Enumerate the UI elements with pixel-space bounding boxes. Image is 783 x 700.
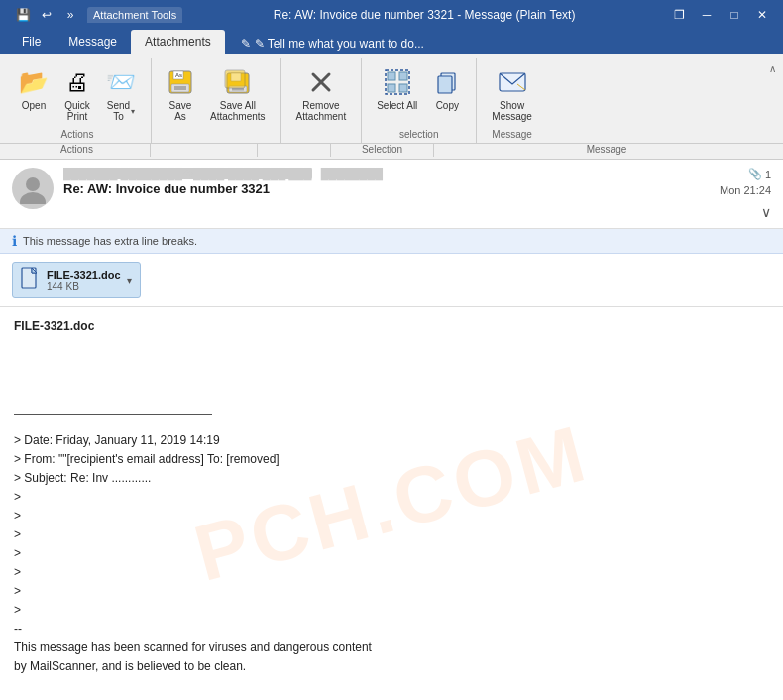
remove-group-label bbox=[289, 138, 354, 143]
email-separator bbox=[14, 414, 212, 415]
redo-btn[interactable]: » bbox=[59, 4, 81, 26]
remove-buttons: RemoveAttachment bbox=[289, 61, 354, 138]
title-bar-left: 💾 ↩ » Attachment Tools bbox=[8, 4, 182, 26]
actions-group-label: Actions bbox=[12, 127, 143, 143]
send-to-icon: 📨 bbox=[106, 66, 136, 98]
svg-rect-3 bbox=[174, 86, 186, 90]
actions-buttons: 📂 Open 🖨 QuickPrint 📨 SendTo ▾ bbox=[12, 61, 143, 127]
send-to-button[interactable]: 📨 SendTo ▾ bbox=[99, 61, 143, 127]
send-to-dropdown-arrow: ▾ bbox=[131, 107, 135, 116]
tab-file[interactable]: File bbox=[8, 30, 55, 54]
save-all-icon bbox=[224, 66, 252, 98]
tell-me-input[interactable]: ✎ ✎ Tell me what you want to do... bbox=[233, 34, 432, 54]
to-label: ████████ bbox=[321, 168, 383, 179]
show-message-button[interactable]: ShowMessage bbox=[485, 61, 539, 127]
save-as-button[interactable]: As SaveAs bbox=[160, 61, 201, 127]
tab-message[interactable]: Message bbox=[55, 30, 131, 54]
save-group-label bbox=[160, 138, 273, 143]
open-button[interactable]: 📂 Open bbox=[12, 61, 56, 116]
ribbon-collapse-btn[interactable]: ∧ bbox=[765, 58, 779, 143]
svg-rect-9 bbox=[225, 70, 245, 88]
svg-point-21 bbox=[26, 177, 40, 191]
ribbon-group-remove: RemoveAttachment bbox=[281, 58, 363, 143]
quote-line-8: > bbox=[14, 563, 769, 581]
save-as-label: SaveAs bbox=[169, 100, 192, 122]
select-all-button[interactable]: Select All bbox=[370, 61, 424, 116]
attachment-number: 1 bbox=[765, 169, 771, 180]
copy-button[interactable]: Copy bbox=[426, 61, 468, 116]
scanner-message-1: This message has been scanned for viruse… bbox=[14, 639, 769, 656]
copy-icon bbox=[433, 66, 461, 98]
attachment-size: 144 KB bbox=[47, 281, 121, 292]
tab-attachments[interactable]: Attachments bbox=[131, 30, 225, 54]
quote-line-1: > Date: Friday, January 11, 2019 14:19 bbox=[14, 431, 769, 449]
show-message-label: ShowMessage bbox=[492, 100, 532, 122]
print-icon: 🖨 bbox=[65, 66, 89, 98]
window-title: Re: AW: Invoice due number 3321 - Messag… bbox=[182, 8, 666, 22]
attachment-tools-context: Attachment Tools bbox=[87, 7, 182, 23]
actions-group-footer: Actions bbox=[4, 144, 151, 157]
selection-buttons: Select All Copy bbox=[370, 61, 468, 127]
email-header: ███████ ████████@████-████-███.███ █████… bbox=[0, 160, 783, 229]
close-btn[interactable]: ✕ bbox=[749, 2, 775, 28]
file-icon bbox=[21, 267, 41, 293]
info-bar: ℹ This message has extra line breaks. bbox=[0, 229, 783, 254]
remove-group-footer bbox=[258, 144, 331, 157]
quick-print-label: QuickPrint bbox=[64, 100, 90, 122]
save-quick-btn[interactable]: 💾 bbox=[12, 4, 34, 26]
svg-rect-18 bbox=[438, 76, 452, 93]
attachment-info: FILE-3321.doc 144 KB bbox=[47, 269, 121, 292]
quote-line-3: > Subject: Re: Inv ............ bbox=[14, 469, 769, 487]
show-message-icon bbox=[498, 66, 527, 98]
message-buttons: ShowMessage bbox=[485, 61, 539, 127]
save-buttons: As SaveAs Save bbox=[160, 61, 273, 138]
selection-group-footer: Selection bbox=[331, 144, 434, 157]
attachment-count: 📎 1 bbox=[748, 168, 771, 180]
ribbon-tabs: File Message Attachments ✎ ✎ Tell me wha… bbox=[0, 30, 783, 54]
email-from: ███████ ████████@████-████-███.███ █████… bbox=[63, 168, 710, 179]
svg-point-22 bbox=[20, 192, 46, 204]
main-area: ███████ ████████@████-████-███.███ █████… bbox=[0, 160, 783, 700]
attachment-name: FILE-3321.doc bbox=[47, 269, 121, 281]
ribbon-group-labels-row: Actions Selection Message bbox=[0, 144, 783, 160]
restore-btn[interactable]: ❐ bbox=[666, 2, 692, 28]
body-content: FILE-3321.doc > Date: Friday, January 11… bbox=[14, 317, 769, 675]
svg-rect-12 bbox=[388, 72, 395, 80]
undo-btn[interactable]: ↩ bbox=[36, 4, 57, 26]
quote-line-4: > bbox=[14, 488, 769, 506]
attachment-item[interactable]: FILE-3321.doc 144 KB ▾ bbox=[12, 262, 141, 298]
attachment-dropdown-arrow[interactable]: ▾ bbox=[127, 275, 132, 286]
attachment-area: FILE-3321.doc 144 KB ▾ bbox=[0, 254, 783, 307]
send-to-label: SendTo bbox=[107, 100, 130, 122]
message-group-footer: Message bbox=[434, 144, 779, 157]
quick-print-button[interactable]: 🖨 QuickPrint bbox=[57, 61, 97, 127]
svg-rect-13 bbox=[399, 72, 407, 80]
remove-attachment-button[interactable]: RemoveAttachment bbox=[289, 61, 354, 127]
body-filename: FILE-3321.doc bbox=[14, 317, 769, 335]
info-icon: ℹ bbox=[12, 233, 17, 249]
select-all-icon bbox=[384, 66, 411, 98]
ribbon-group-save: As SaveAs Save bbox=[152, 58, 281, 143]
minimize-btn[interactable]: ─ bbox=[694, 2, 720, 28]
save-all-button[interactable]: Save AllAttachments bbox=[203, 61, 273, 127]
open-label: Open bbox=[22, 100, 46, 111]
ribbon-group-selection: Select All Copy selection bbox=[362, 58, 477, 143]
copy-label: Copy bbox=[436, 100, 459, 111]
expand-email-btn[interactable]: ∨ bbox=[761, 204, 771, 220]
open-icon: 📂 bbox=[19, 66, 49, 98]
email-date: Mon 21:24 bbox=[720, 184, 771, 196]
maximize-btn[interactable]: □ bbox=[722, 2, 747, 28]
save-all-label: Save AllAttachments bbox=[210, 100, 266, 122]
svg-text:As: As bbox=[175, 72, 182, 78]
avatar bbox=[12, 168, 54, 209]
email-body: PCH.COM FILE-3321.doc > Date: Friday, Ja… bbox=[0, 307, 783, 700]
remove-attachment-label: RemoveAttachment bbox=[296, 100, 347, 122]
quote-line-10: > bbox=[14, 601, 769, 619]
tell-me-icon: ✎ bbox=[241, 37, 251, 51]
select-all-label: Select All bbox=[377, 100, 417, 111]
svg-rect-15 bbox=[399, 84, 407, 92]
remove-attachment-icon bbox=[307, 66, 335, 98]
svg-rect-14 bbox=[388, 84, 395, 92]
ribbon-group-actions: 📂 Open 🖨 QuickPrint 📨 SendTo ▾ Actions bbox=[4, 58, 152, 143]
quote-line-7: > bbox=[14, 544, 769, 562]
